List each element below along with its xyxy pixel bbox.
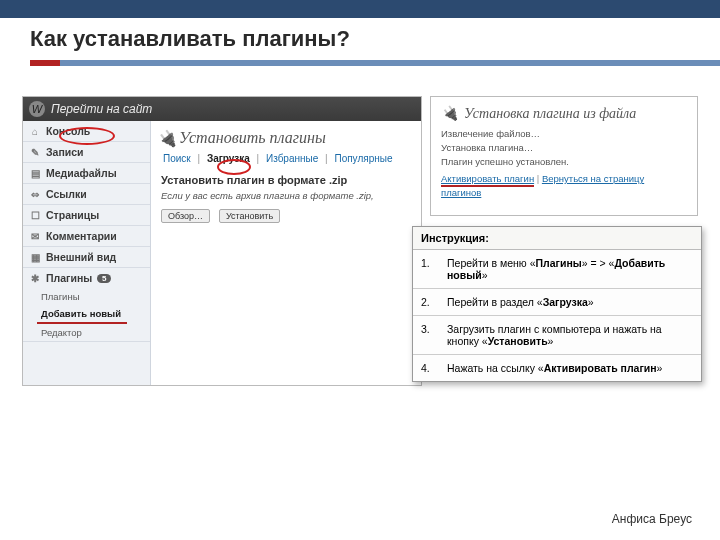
sidebar-item-posts[interactable]: ✎Записи xyxy=(23,142,150,162)
status-line-1: Извлечение файлов… xyxy=(441,128,687,139)
plug-icon: 🔌 xyxy=(441,105,458,122)
sidebar-item-comments[interactable]: ✉Комментарии xyxy=(23,226,150,246)
tab-featured[interactable]: Избранные xyxy=(264,153,320,164)
step-text: Перейти в раздел «Загрузка» xyxy=(439,289,701,316)
plugin-icon: ✱ xyxy=(29,272,41,284)
wp-site-link[interactable]: Перейти на сайт xyxy=(51,102,152,116)
wp-sidebar: ⌂Консоль ✎Записи ▤Медиафайлы ⇔Ссылки ☐Ст… xyxy=(23,121,151,385)
highlight-circle-upload-tab xyxy=(59,127,115,145)
tab-search[interactable]: Поиск xyxy=(161,153,193,164)
sidebar-sub-plugins[interactable]: Плагины xyxy=(23,288,150,305)
sidebar-sub-add-new[interactable]: Добавить новый xyxy=(37,305,127,324)
upload-heading: Установить плагин в формате .zip xyxy=(161,174,411,186)
instructions-title: Инструкция: xyxy=(413,227,701,250)
sidebar-sub-editor[interactable]: Редактор xyxy=(23,324,150,341)
author-credit: Анфиса Бреус xyxy=(612,512,692,526)
install-heading: 🔌 Установка плагина из файла xyxy=(441,105,687,122)
wordpress-logo-icon: W xyxy=(29,101,45,117)
wp-admin-bar: W Перейти на сайт xyxy=(23,97,421,121)
media-icon: ▤ xyxy=(29,167,41,179)
step-number: 3. xyxy=(413,316,439,355)
step-text: Нажать на ссылку «Активировать плагин» xyxy=(439,355,701,382)
accent-rule xyxy=(30,60,720,66)
screenshot-wp-admin: W Перейти на сайт ⌂Консоль ✎Записи ▤Меди… xyxy=(22,96,422,386)
pin-icon: ✎ xyxy=(29,146,41,158)
sidebar-item-plugins[interactable]: ✱ Плагины 5 xyxy=(23,268,150,288)
plugin-tabs: Поиск | Загрузка | Избранные | Популярны… xyxy=(161,153,411,164)
highlight-circle-zip xyxy=(217,159,251,175)
plugins-count-badge: 5 xyxy=(97,274,111,283)
slide-top-bar xyxy=(0,0,720,18)
sidebar-item-pages[interactable]: ☐Страницы xyxy=(23,205,150,225)
status-line-2: Установка плагина… xyxy=(441,142,687,153)
step-number: 1. xyxy=(413,250,439,289)
instruction-row: 1. Перейти в меню «Плагины» = > «Добавит… xyxy=(413,250,701,289)
install-button[interactable]: Установить xyxy=(219,209,280,223)
step-text: Загрузить плагин с компьютера и нажать н… xyxy=(439,316,701,355)
status-line-3: Плагин успешно установлен. xyxy=(441,156,687,167)
slide-title: Как устанавливать плагины? xyxy=(30,26,720,52)
tab-popular[interactable]: Популярные xyxy=(332,153,394,164)
step-number: 2. xyxy=(413,289,439,316)
instruction-row: 2. Перейти в раздел «Загрузка» xyxy=(413,289,701,316)
sidebar-item-media[interactable]: ▤Медиафайлы xyxy=(23,163,150,183)
instruction-row: 4. Нажать на ссылку «Активировать плагин… xyxy=(413,355,701,382)
plug-icon: 🔌 xyxy=(161,132,173,144)
page-icon: ☐ xyxy=(29,209,41,221)
browse-button[interactable]: Обзор… xyxy=(161,209,210,223)
link-icon: ⇔ xyxy=(29,188,41,200)
comment-icon: ✉ xyxy=(29,230,41,242)
instruction-row: 3. Загрузить плагин с компьютера и нажат… xyxy=(413,316,701,355)
step-number: 4. xyxy=(413,355,439,382)
sidebar-item-links[interactable]: ⇔Ссылки xyxy=(23,184,150,204)
wp-main: 🔌 Установить плагины Поиск | Загрузка | … xyxy=(151,121,421,385)
home-icon: ⌂ xyxy=(29,125,41,137)
page-heading: 🔌 Установить плагины xyxy=(161,129,411,147)
appearance-icon: ▦ xyxy=(29,251,41,263)
sidebar-item-appearance[interactable]: ▦Внешний вид xyxy=(23,247,150,267)
link-activate-plugin[interactable]: Активировать плагин xyxy=(441,173,534,184)
step-text: Перейти в меню «Плагины» = > «Добавить н… xyxy=(439,250,701,289)
screenshot-install-result: 🔌 Установка плагина из файла Извлечение … xyxy=(430,96,698,216)
upload-note: Если у вас есть архив плагина в формате … xyxy=(161,190,411,201)
instructions-box: Инструкция: 1. Перейти в меню «Плагины» … xyxy=(412,226,702,382)
